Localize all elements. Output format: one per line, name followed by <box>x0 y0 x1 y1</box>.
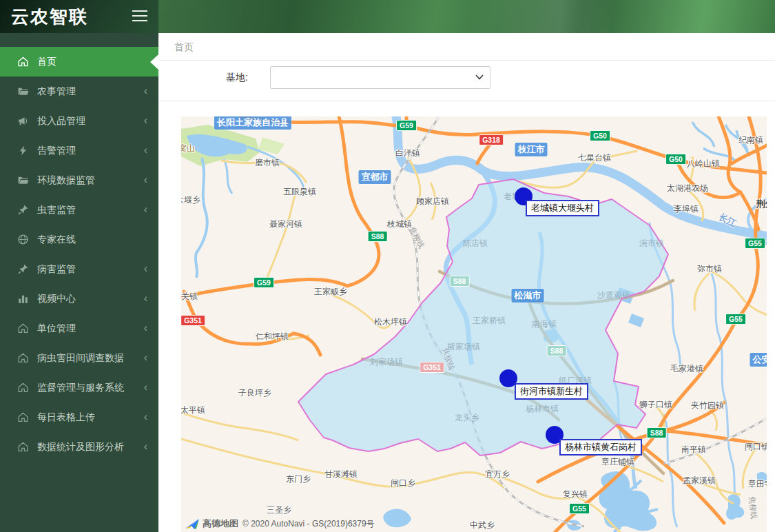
sidebar-item-label: 数据统计及图形分析 <box>37 441 124 453</box>
sidebar-item-label: 虫害监管 <box>37 204 76 216</box>
sidebar-item-1[interactable]: 农事管理‹ <box>0 76 158 106</box>
amap-logo-text: 高德地图 <box>203 518 238 530</box>
home-outline-icon <box>17 441 29 453</box>
app-header: 云农智联 <box>0 0 775 33</box>
hamburger-menu-icon[interactable] <box>132 10 147 22</box>
chevron-left-icon: ‹ <box>144 262 147 274</box>
breadcrumb-home[interactable]: 首页 <box>174 41 194 52</box>
map-town-label: 太平镇 <box>181 405 205 416</box>
map-town-label: 宜万乡 <box>485 469 510 480</box>
map-town-label: 狮子口镇 <box>639 399 672 411</box>
home-outline-icon <box>17 352 29 364</box>
sidebar-item-label: 专家在线 <box>37 234 76 246</box>
sidebar-item-11[interactable]: 监督管理与服务系统‹ <box>0 373 158 402</box>
road-shield-g59: G59 <box>396 120 417 131</box>
sidebar-item-5[interactable]: 虫害监管‹ <box>0 195 158 225</box>
map-city-label: 长阳土家族自治县 <box>214 116 291 130</box>
sidebar-item-10[interactable]: 病虫害田间调查数据‹ <box>0 343 158 373</box>
map-town-label: 羊关镇 <box>181 291 198 303</box>
map-town-label: 窝山 <box>181 143 195 154</box>
sidebar-item-2[interactable]: 投入品管理‹ <box>0 106 158 136</box>
chevron-left-icon: ‹ <box>144 380 147 393</box>
map-town-label: 东门乡 <box>286 473 311 485</box>
sidebar-item-12[interactable]: 每日表格上传‹ <box>0 402 158 432</box>
map-town-label: 磨市镇 <box>255 157 280 169</box>
map-town-label: 毛家港镇 <box>670 363 703 375</box>
map-city-label: 枝江市 <box>515 143 548 156</box>
map-town-label: 子良坪乡 <box>238 387 271 399</box>
map-town-label: 章庄铺镇 <box>601 456 634 468</box>
folder-icon <box>17 85 29 97</box>
map-town-label: 聂家河镇 <box>269 218 302 230</box>
road-shield-g55: G55 <box>745 238 765 249</box>
map-city-label: 公安县 <box>750 353 767 367</box>
road-shield-g50: G50 <box>590 130 610 141</box>
sidebar-item-label: 农事管理 <box>37 85 76 98</box>
map-town-label: 南平镇 <box>681 444 706 456</box>
chevron-left-icon: ‹ <box>144 291 147 304</box>
folder-icon <box>17 174 29 186</box>
sidebar-item-label: 单位管理 <box>37 323 76 335</box>
map-town-label: 五眼泉镇 <box>283 186 316 198</box>
map-town-label: 白洋镇 <box>395 147 420 159</box>
map-town-label: 仁和坪镇 <box>256 331 289 342</box>
map-town-label: 夹竹园镇 <box>691 400 724 411</box>
main-content: 首页 基地: <box>158 33 775 532</box>
map-town-label: 中武乡 <box>470 520 495 531</box>
sidebar-item-label: 每日表格上传 <box>37 411 95 424</box>
sidebar-item-label: 视频中心 <box>37 293 76 305</box>
chevron-left-icon: ‹ <box>144 84 147 96</box>
map-town-label: 章田寺乡 <box>748 478 767 490</box>
sidebar-item-0[interactable]: 首页 <box>0 47 158 76</box>
pin-icon <box>17 204 29 216</box>
road-shield-s88: S88 <box>547 345 567 356</box>
home-outline-icon <box>17 382 29 393</box>
chevron-left-icon: ‹ <box>144 321 147 334</box>
map-marker-label-2: 杨林市镇黄石岗村 <box>559 439 642 456</box>
chevron-left-icon: ‹ <box>144 351 147 363</box>
map-town-label: 南海镇 <box>532 318 557 330</box>
map-town-label: 龙头乡 <box>455 412 479 424</box>
sidebar-item-label: 告警管理 <box>37 145 76 157</box>
amap-logo-icon <box>185 518 200 530</box>
map-town-label: 八岭山镇 <box>687 158 720 170</box>
sidebar-menu: 首页农事管理‹投入品管理‹告警管理‹环境数据监管‹虫害监管‹专家在线病害监管‹视… <box>0 47 158 462</box>
map-town-label: 刘家场镇 <box>370 356 403 368</box>
map-rotated-label: 焦柳线 <box>747 496 759 520</box>
chevron-left-icon: ‹ <box>144 440 147 452</box>
home-icon <box>17 56 29 68</box>
chevron-left-icon: ‹ <box>144 143 147 156</box>
map-town-label: 顾家店镇 <box>416 196 449 207</box>
map-town-label: 闸口乡 <box>391 478 415 489</box>
road-shield-s88: S88 <box>368 231 388 242</box>
map-town-label: 松木坪镇 <box>374 316 407 328</box>
map-town-label: 陈店镇 <box>463 238 488 249</box>
map-town-label: 枝城镇 <box>387 218 412 230</box>
road-shield-g55: G55 <box>569 503 590 514</box>
sidebar-item-8[interactable]: 视频中心‹ <box>0 284 158 314</box>
sidebar-item-9[interactable]: 单位管理‹ <box>0 314 158 343</box>
map-canvas[interactable]: 磨市镇白洋镇顾家店镇枝城镇五眼泉镇大堰乡聂家河镇窝山七星台镇八岭山镇纪南镇太湖港… <box>181 116 767 532</box>
road-shield-g59: G59 <box>254 277 274 288</box>
home-outline-icon <box>17 411 29 423</box>
sidebar-item-6[interactable]: 专家在线 <box>0 225 158 254</box>
map-town-label: 王家桥镇 <box>473 315 506 327</box>
map-town-label: 杨林市镇 <box>526 403 559 415</box>
bar-chart-icon <box>17 293 29 305</box>
sidebar-item-label: 环境数据监管 <box>37 174 95 187</box>
sidebar-item-7[interactable]: 病害监管‹ <box>0 254 158 284</box>
sidebar-item-label: 病虫害田间调查数据 <box>37 352 124 365</box>
map-town-label: 李埠镇 <box>674 203 699 215</box>
sidebar-item-13[interactable]: 数据统计及图形分析‹ <box>0 432 158 462</box>
map-town-label: 闸口镇 <box>745 441 767 453</box>
map-town-label: 纪南镇 <box>738 134 763 146</box>
sidebar-item-label: 病害监管 <box>37 263 76 276</box>
sidebar-item-label: 首页 <box>37 56 56 68</box>
map-attribution: 高德地图 © 2020 AutoNavi - GS(2019)6379号 <box>185 518 375 530</box>
sidebar-item-4[interactable]: 环境数据监管‹ <box>0 165 158 195</box>
megaphone-icon <box>17 115 29 127</box>
base-select[interactable] <box>270 66 490 89</box>
map-town-label: 孟家溪镇 <box>683 475 716 487</box>
sidebar-item-3[interactable]: 告警管理‹ <box>0 136 158 165</box>
home-outline-icon <box>17 323 29 334</box>
